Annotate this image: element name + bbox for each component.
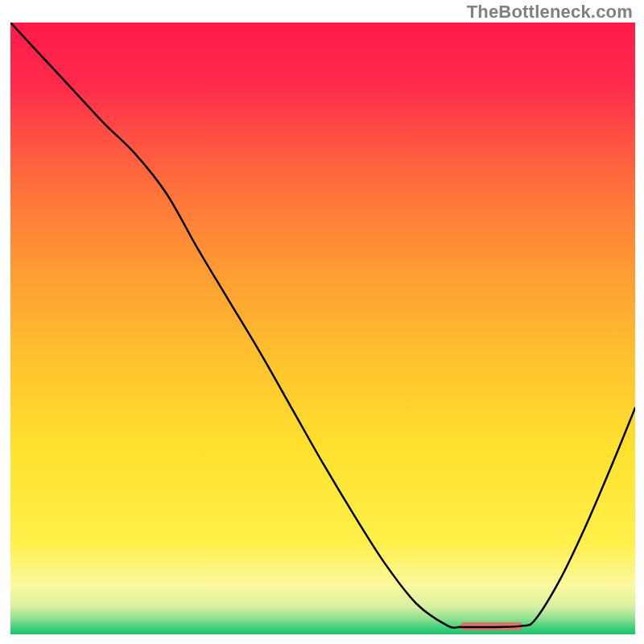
attribution-text: TheBottleneck.com bbox=[467, 2, 633, 23]
gradient-background bbox=[10, 23, 635, 634]
chart-svg bbox=[10, 23, 635, 634]
chart-area bbox=[10, 23, 635, 634]
